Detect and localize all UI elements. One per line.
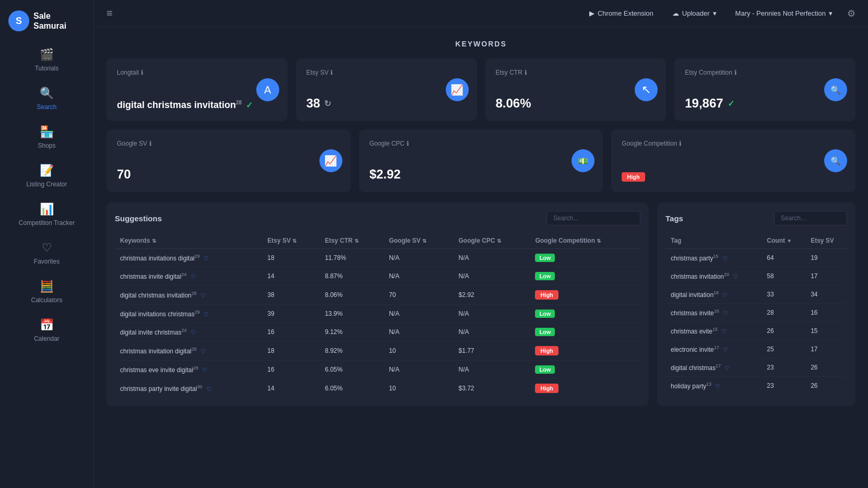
tag-favorite-icon[interactable]: ♡: [722, 255, 728, 261]
user-menu-button[interactable]: Mary - Pennies Not Perfection ▾: [731, 7, 837, 19]
google-competition-info-icon[interactable]: ℹ: [679, 140, 682, 147]
count-cell: 25: [762, 340, 805, 359]
sidebar-item-search[interactable]: 🔍 Search: [0, 80, 93, 117]
col-google-sv: Google SV ⇅: [384, 233, 453, 249]
google-cpc-cell: $1.77: [454, 341, 530, 361]
sidebar-label-calculators: Calculators: [31, 296, 62, 304]
tags-title: Tags: [665, 214, 683, 223]
calculator-icon: 🧮: [40, 280, 54, 293]
favorite-icon[interactable]: ♡: [204, 255, 209, 261]
table-row: christmas invitation digital28 ♡ 18 8.92…: [115, 341, 640, 361]
tag-cell: digital invitation18 ♡: [665, 285, 762, 304]
tag-etsy-sv-cell: 34: [805, 285, 847, 304]
count-cell: 58: [762, 267, 805, 285]
count-cell: 26: [762, 322, 805, 340]
tag-cell: christmas evite15 ♡: [665, 322, 762, 340]
suggestions-table: Keywords ⇅ Etsy SV ⇅ Etsy CTR ⇅ Google S…: [115, 233, 640, 398]
chrome-extension-button[interactable]: ▶ Chrome Extension: [585, 7, 658, 19]
favorite-icon[interactable]: ♡: [191, 329, 196, 336]
tag-favorite-icon[interactable]: ♡: [724, 365, 730, 371]
metric-google-competition: Google Competition ℹ High 🔍: [611, 129, 855, 192]
google-sv-cell: N/A: [384, 267, 453, 285]
tag-favorite-icon[interactable]: ♡: [721, 328, 727, 335]
tags-col-count: Count ▼: [762, 233, 805, 249]
tag-favorite-icon[interactable]: ♡: [723, 347, 728, 353]
tag-etsy-sv-cell: 17: [805, 340, 847, 359]
favorite-icon[interactable]: ♡: [204, 311, 209, 317]
sidebar: S SaleSamurai 🎬 Tutorials 🔍 Search 🏪 Sho…: [0, 0, 94, 488]
sidebar-item-competition-tracker[interactable]: 📊 Competition Tracker: [0, 196, 93, 233]
sidebar-item-calendar[interactable]: 📅 Calendar: [0, 312, 93, 349]
etsy-sv-cell: 39: [262, 305, 319, 323]
google-competition-cell: High: [530, 379, 640, 398]
etsy-ctr-info-icon[interactable]: ℹ: [525, 69, 527, 76]
table-row: christmas invite digital24 ♡ 14 8.87% N/…: [115, 267, 640, 285]
google-competition-cell: High: [530, 285, 640, 305]
keyword-cell: christmas invitation digital28 ♡: [115, 341, 262, 361]
google-cpc-info-icon[interactable]: ℹ: [407, 140, 409, 147]
tag-favorite-icon[interactable]: ♡: [723, 310, 728, 316]
google-cpc-cell: N/A: [454, 267, 530, 285]
tag-cell: electronic invite17 ♡: [665, 340, 762, 359]
favorite-icon[interactable]: ♡: [200, 348, 206, 354]
keyword-cell: christmas party invite digital30 ♡: [115, 379, 262, 398]
google-cpc-cell: $2.92: [454, 285, 530, 305]
sidebar-item-calculators[interactable]: 🧮 Calculators: [0, 273, 93, 310]
favorite-icon[interactable]: ♡: [191, 273, 196, 280]
tag-favorite-icon[interactable]: ♡: [715, 383, 720, 389]
tag-favorite-icon[interactable]: ♡: [722, 292, 728, 298]
sidebar-item-tutorials[interactable]: 🎬 Tutorials: [0, 42, 93, 78]
table-row: christmas invitations digital29 ♡ 18 11.…: [115, 249, 640, 267]
sidebar-label-calendar: Calendar: [34, 335, 60, 342]
etsy-competition-info-icon[interactable]: ℹ: [734, 69, 737, 76]
count-cell: 23: [762, 377, 805, 395]
google-sv-info-icon[interactable]: ℹ: [149, 140, 152, 147]
col-etsy-sv: Etsy SV ⇅: [262, 233, 319, 249]
suggestions-search-input[interactable]: [546, 211, 640, 225]
tag-favorite-icon[interactable]: ♡: [733, 273, 738, 280]
longtail-label: Longtail ℹ: [117, 69, 277, 76]
content-area: KEYWORDS Longtail ℹ digital christmas in…: [94, 27, 868, 488]
sidebar-item-listing-creator[interactable]: 📝 Listing Creator: [0, 158, 93, 194]
count-cell: 28: [762, 304, 805, 322]
etsy-ctr-icon: ↖: [635, 78, 658, 101]
etsy-competition-value: 19,867: [685, 96, 723, 111]
settings-icon[interactable]: ⚙: [847, 8, 855, 19]
google-competition-cell: Low: [530, 361, 640, 379]
main-content: ≡ ▶ Chrome Extension ☁ Uploader ▾ Mary -…: [94, 0, 868, 488]
metric-etsy-ctr: Etsy CTR ℹ 8.06% ↖: [485, 58, 667, 121]
longtail-info-icon[interactable]: ℹ: [141, 69, 144, 76]
etsy-ctr-cell: 8.92%: [319, 341, 384, 361]
favorite-icon[interactable]: ♡: [200, 292, 206, 299]
google-sv-cell: 10: [384, 341, 453, 361]
tags-search-input[interactable]: [774, 211, 847, 225]
topbar: ≡ ▶ Chrome Extension ☁ Uploader ▾ Mary -…: [94, 0, 868, 27]
logo-icon: S: [8, 10, 29, 31]
metric-google-sv: Google SV ℹ 70 📈: [106, 129, 351, 192]
topbar-right: ▶ Chrome Extension ☁ Uploader ▾ Mary - P…: [585, 7, 855, 19]
favorite-icon[interactable]: ♡: [206, 386, 211, 392]
etsy-sv-cell: 14: [262, 379, 319, 398]
etsy-sv-info-icon[interactable]: ℹ: [330, 69, 333, 76]
favorite-icon[interactable]: ♡: [202, 367, 207, 373]
tag-etsy-sv-cell: 19: [805, 249, 847, 267]
etsy-ctr-cell: 6.05%: [319, 379, 384, 398]
etsy-ctr-value: 8.06%: [496, 96, 531, 111]
tags-header: Tags: [665, 211, 847, 225]
table-row: digital christmas invitation28 ♡ 38 8.06…: [115, 285, 640, 305]
google-sv-value: 70: [117, 167, 131, 182]
table-row: christmas invitation20 ♡ 58 17: [665, 267, 847, 285]
tags-card: Tags Tag Count ▼ Etsy SV christmas party…: [657, 203, 855, 406]
sidebar-item-shops[interactable]: 🏪 Shops: [0, 119, 93, 156]
col-keywords: Keywords ⇅: [115, 233, 262, 249]
cloud-icon: ☁: [672, 9, 679, 17]
count-cell: 23: [762, 359, 805, 377]
sidebar-label-listing-creator: Listing Creator: [26, 181, 67, 188]
bottom-section: Suggestions Keywords ⇅ Etsy SV ⇅ Etsy CT…: [106, 203, 855, 406]
hamburger-menu[interactable]: ≡: [106, 7, 113, 19]
sidebar-item-favorites[interactable]: ♡ Favorites: [0, 235, 93, 271]
uploader-button[interactable]: ☁ Uploader ▾: [668, 7, 721, 19]
sidebar-label-search: Search: [37, 103, 56, 111]
etsy-competition-check-icon: ✓: [728, 99, 734, 109]
chrome-icon: ▶: [589, 9, 594, 17]
